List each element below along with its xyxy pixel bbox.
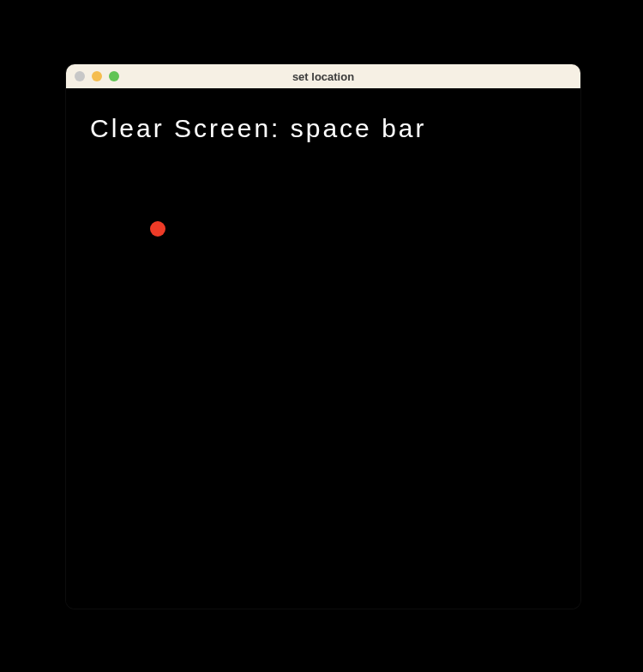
titlebar[interactable]: set location — [66, 64, 580, 88]
canvas-area[interactable]: Clear Screen: space bar — [66, 88, 580, 609]
window-title: set location — [66, 70, 580, 83]
location-dot — [150, 221, 165, 237]
instruction-text: Clear Screen: space bar — [90, 114, 427, 143]
app-window: set location Clear Screen: space bar — [66, 64, 580, 609]
